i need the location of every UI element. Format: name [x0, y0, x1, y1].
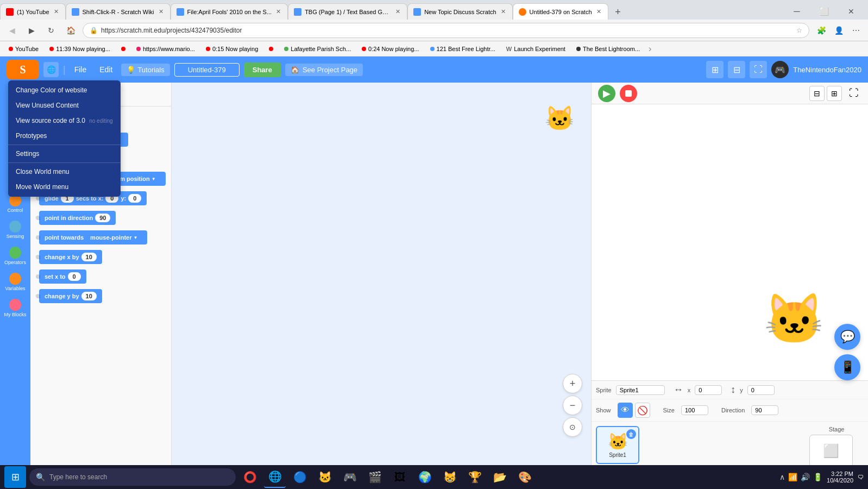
sidebar-item-operators[interactable]: Operators — [1, 243, 29, 268]
show-button[interactable]: 👁 — [618, 403, 633, 418]
tab-close-newtopic[interactable]: ✕ — [500, 7, 507, 16]
small-stage-button[interactable]: ⊟ — [809, 86, 825, 101]
sidebar-item-myblocks[interactable]: My Blocks — [1, 296, 29, 321]
project-name-field[interactable]: Untitled-379 — [174, 63, 240, 77]
sprite-name-input[interactable] — [616, 385, 665, 395]
see-project-page-button[interactable]: 🏠 See Project Page — [285, 64, 363, 76]
edit-menu[interactable]: Edit — [95, 63, 117, 76]
address-bar[interactable]: 🔒 https://scratch.mit.edu/projects/43247… — [83, 23, 809, 38]
zoom-reset-button[interactable]: ⊙ — [563, 417, 582, 437]
hide-button[interactable]: 🚫 — [635, 403, 650, 418]
stage-backdrop-thumb[interactable]: ⬜ — [809, 435, 853, 467]
taskbar-app-edge[interactable]: 🌐 — [264, 466, 286, 488]
tab-youtube[interactable]: (1) YouTube ✕ — [0, 3, 66, 20]
context-menu-item-change-color[interactable]: Change Color of website — [8, 83, 121, 98]
start-button[interactable]: ⊞ — [4, 466, 26, 488]
green-flag-button[interactable]: ▶ — [598, 85, 615, 102]
context-menu-item-view-source[interactable]: View source code of 3.0 no editing — [8, 113, 121, 128]
block-pointtowards[interactable]: point towards mouse-pointer — [39, 230, 147, 244]
block-pointtowards-dropdown[interactable]: mouse-pointer — [86, 233, 142, 242]
taskbar-notification-icon[interactable]: 🗨 — [858, 474, 864, 480]
block-setx-value[interactable]: 0 — [68, 272, 81, 281]
settings-button[interactable]: ⋯ — [848, 23, 864, 38]
taskbar-app-2[interactable]: 🎮 — [339, 466, 361, 488]
bookmark-playing2[interactable]: 0:15 Now playing — [202, 45, 262, 53]
taskbar-app-6[interactable]: 😸 — [439, 466, 461, 488]
zoom-in-button[interactable]: + — [563, 374, 582, 393]
context-menu-item-close-world[interactable]: Close World menu — [8, 164, 121, 179]
tab-close-tbg[interactable]: ✕ — [394, 7, 401, 16]
maximize-button[interactable]: ⬜ — [812, 3, 836, 20]
bookmark-lightroom1[interactable]: 121 Best Free Lightr... — [426, 45, 500, 53]
taskbar-app-chrome[interactable]: 🔵 — [289, 466, 311, 488]
size-value-input[interactable] — [681, 405, 708, 415]
taskbar-wifi-icon[interactable]: 📶 — [788, 473, 797, 481]
refresh-button[interactable]: ↻ — [43, 23, 59, 38]
context-menu-item-move-world[interactable]: Move World menu — [8, 179, 121, 195]
fullscreen-stage-button[interactable]: ⛶ — [846, 86, 861, 101]
block-glide2-y[interactable]: 0 — [128, 194, 141, 203]
block-setx[interactable]: set x to 0 — [39, 269, 86, 284]
taskbar-app-7[interactable]: 🏆 — [464, 466, 486, 488]
bookmark-lightroom2[interactable]: The Best Lightroom... — [572, 45, 644, 53]
chat-fab-button[interactable]: 💬 — [834, 324, 860, 350]
y-value-input[interactable] — [747, 385, 775, 395]
sidebar-item-variables[interactable]: Variables — [1, 269, 29, 294]
bookmark-youtube[interactable]: YouTube — [4, 45, 43, 53]
bookmark-lafayette[interactable]: Lafayette Parish Sch... — [280, 45, 355, 53]
taskbar-app-3[interactable]: 🎬 — [364, 466, 386, 488]
taskbar-sound-icon[interactable]: 🔊 — [801, 473, 810, 481]
bookmark-red2[interactable] — [265, 46, 278, 52]
stop-button[interactable] — [620, 85, 637, 102]
tab-scratch[interactable]: Untitled-379 on Scratch ✕ — [513, 3, 608, 20]
bookmarks-more[interactable]: › — [649, 44, 651, 54]
share-button[interactable]: Share — [244, 62, 281, 77]
tab-newtopic[interactable]: New Topic Discuss Scratch ✕ — [407, 3, 512, 20]
zoom-out-button[interactable]: − — [563, 396, 582, 415]
bookmark-playing3[interactable]: 0:24 Now playing... — [357, 45, 424, 53]
code-canvas[interactable]: 🐱 + − ⊙ — [172, 83, 591, 469]
direction-value-input[interactable] — [751, 405, 778, 415]
bookmark-launch[interactable]: W Launch Experiment — [502, 45, 570, 53]
sprite-thumb-sprite1[interactable]: 🐱 🗑 Sprite1 — [596, 426, 639, 464]
globe-button[interactable]: 🌐 — [43, 62, 59, 77]
context-menu-item-settings[interactable]: Settings — [8, 146, 121, 161]
tab-close-scratch[interactable]: ✕ — [595, 7, 602, 16]
back-button[interactable]: ◀ — [4, 23, 20, 38]
sprite-delete-button[interactable]: 🗑 — [626, 429, 636, 439]
bookmark-red1[interactable] — [117, 46, 130, 52]
tab-april[interactable]: File:April Fools' 2010 on the S... ✕ — [171, 3, 288, 20]
file-menu[interactable]: File — [70, 63, 91, 76]
search-bar[interactable]: 🔍 Type here to search — [29, 468, 236, 486]
tab-close-youtube[interactable]: ✕ — [53, 7, 60, 16]
taskbar-cortana[interactable]: ⭕ — [239, 466, 261, 488]
close-button[interactable]: ✕ — [839, 3, 864, 20]
star-icon[interactable]: ☆ — [796, 27, 802, 34]
taskbar-app-4[interactable]: 🖼 — [389, 466, 411, 488]
forward-button[interactable]: ▶ — [24, 23, 39, 38]
large-stage-button[interactable]: ⊞ — [827, 86, 842, 101]
taskbar-battery-icon[interactable]: 🔋 — [813, 473, 822, 481]
sidebar-item-sensing[interactable]: Sensing — [1, 217, 29, 242]
block-pointdir[interactable]: point in direction 90 — [39, 211, 116, 225]
profile-button[interactable]: 👤 — [831, 23, 846, 38]
bookmark-mario[interactable]: https://www.mario... — [132, 45, 199, 53]
taskbar-app-8[interactable]: 📂 — [489, 466, 511, 488]
bookmark-playing1[interactable]: 11:39 Now playing... — [45, 45, 115, 53]
block-changey[interactable]: change y by 10 — [39, 289, 102, 303]
context-menu-item-view-unused[interactable]: View Unused Content — [8, 98, 121, 113]
block-changex-value[interactable]: 10 — [81, 253, 97, 261]
tab-tbg[interactable]: TBG (Page 1) / Text Based Gam... ✕ — [288, 3, 407, 20]
new-tab-button[interactable]: + — [611, 4, 626, 20]
taskbar-app-1[interactable]: 🐱 — [314, 466, 336, 488]
taskbar-app-5[interactable]: 🌍 — [414, 466, 436, 488]
taskbar-time[interactable]: 3:22 PM 10/4/2020 — [827, 471, 853, 484]
add-fab-button[interactable]: 📱 — [834, 354, 860, 380]
user-avatar[interactable]: 🎮 — [771, 61, 789, 78]
extensions-button[interactable]: 🧩 — [814, 23, 829, 38]
layout-btn-1[interactable]: ⊞ — [706, 61, 724, 78]
scratch-logo[interactable]: S — [7, 60, 39, 79]
taskbar-expand-icon[interactable]: ∧ — [779, 473, 785, 481]
tutorials-button[interactable]: 💡 Tutorials — [121, 64, 169, 76]
tab-wiki[interactable]: Shift-Click-R - Scratch Wiki ✕ — [66, 3, 171, 20]
